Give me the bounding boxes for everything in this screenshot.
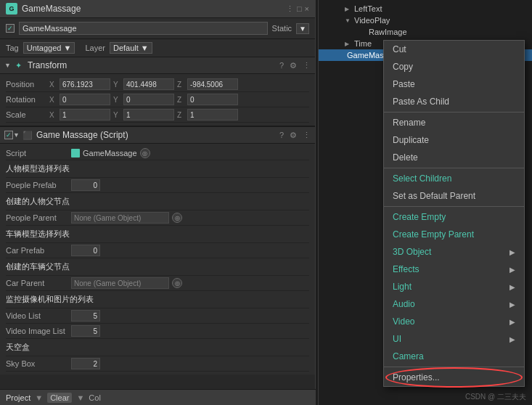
sky-group-label: 天空盒: [6, 340, 30, 354]
more-icon-2[interactable]: ⋮: [303, 131, 311, 140]
car-parent-select-btn[interactable]: ◎: [172, 278, 182, 288]
rotation-fields: X Y Z: [49, 94, 309, 105]
ctx-create-empty[interactable]: Create Empty: [384, 208, 524, 226]
static-dropdown[interactable]: ▼: [296, 23, 309, 34]
layer-dropdown[interactable]: Default ▼: [110, 42, 152, 54]
ctx-properties[interactable]: Properties...: [384, 369, 524, 386]
hierarchy-item-lefttext[interactable]: ▶ LeftText: [319, 3, 532, 15]
script-name: GameMassage: [83, 149, 137, 158]
rotation-row: Rotation X Y Z: [6, 92, 309, 107]
scale-z-input[interactable]: [187, 109, 238, 120]
videoplay-label: VideoPlay: [354, 16, 390, 25]
people-parent-label: People Parent: [6, 213, 71, 222]
rotation-x-label: X: [49, 96, 58, 104]
position-y-field: Y: [113, 78, 174, 90]
transform-icon: ✦: [14, 60, 24, 70]
script-section-header[interactable]: ▼ ⬛ Game Massage (Script) ? ⚙ ⋮: [0, 126, 315, 144]
rotation-x-field: X: [49, 94, 110, 105]
script-arrow: ▼: [13, 131, 20, 139]
object-name-input[interactable]: [19, 22, 268, 35]
ctx-ui[interactable]: UI ▶: [384, 330, 524, 348]
maximize-icon[interactable]: □: [297, 4, 302, 14]
car-model-group-label: 车辆模型选择列表: [6, 227, 70, 241]
help-icon[interactable]: ?: [279, 61, 284, 70]
video-image-list-input[interactable]: [71, 325, 100, 337]
rotation-z-field: Z: [177, 94, 238, 105]
rotation-y-input[interactable]: [123, 94, 174, 105]
car-parent-input[interactable]: [71, 277, 169, 289]
settings-icon[interactable]: ⚙: [290, 61, 297, 70]
lefttext-arrow: ▶: [345, 6, 352, 12]
ctx-cut[interactable]: Cut: [384, 41, 524, 58]
ctx-sep-4: [384, 367, 524, 367]
people-prefab-input[interactable]: [71, 179, 100, 191]
hierarchy-item-rawimage[interactable]: RawImage: [319, 26, 532, 38]
ctx-audio-arrow: ▶: [510, 300, 515, 308]
transform-section-header[interactable]: ▼ ✦ Transform ? ⚙ ⋮: [0, 57, 315, 74]
ctx-camera[interactable]: Camera: [384, 348, 524, 365]
script-active-checkbox[interactable]: [4, 131, 13, 139]
ctx-paste[interactable]: Paste: [384, 75, 524, 93]
position-fields: X Y Z: [49, 78, 309, 90]
ctx-audio[interactable]: Audio ▶: [384, 295, 524, 313]
object-name-bar: Static ▼: [0, 18, 315, 39]
people-parent-group-label: 创建的人物父节点: [6, 195, 70, 208]
scale-z-label: Z: [177, 111, 186, 119]
settings-icon-2[interactable]: ⚙: [290, 131, 297, 140]
position-y-input[interactable]: [123, 78, 174, 90]
script-title: Game Massage (Script): [36, 130, 279, 140]
video-group-label: 监控摄像机和图片的列表: [6, 292, 94, 306]
people-model-group-label: 人物模型选择列表: [6, 162, 70, 176]
people-prefab-label: Poeple Prefab: [6, 181, 71, 189]
ctx-sep-2: [384, 168, 524, 168]
ctx-paste-as-child[interactable]: Paste As Child: [384, 93, 524, 110]
people-parent-select-btn[interactable]: ◎: [172, 213, 182, 223]
ctx-ui-arrow: ▶: [510, 335, 515, 343]
object-active-checkbox[interactable]: [6, 24, 15, 33]
script-select-btn[interactable]: ◎: [140, 148, 150, 158]
ctx-set-default-parent[interactable]: Set as Default Parent: [384, 187, 524, 205]
video-image-list-row: Video Image List: [6, 324, 309, 339]
watermark: CSDN @ 二三夫夫: [465, 392, 526, 402]
ctx-delete[interactable]: Delete: [384, 149, 524, 166]
ctx-select-children[interactable]: Select Children: [384, 170, 524, 187]
transform-section-icons: ? ⚙ ⋮: [279, 61, 311, 70]
ctx-create-empty-parent[interactable]: Create Empty Parent: [384, 226, 524, 243]
ctx-video[interactable]: Video ▶: [384, 313, 524, 330]
car-prefab-row: Car Prefab: [6, 243, 309, 258]
sky-box-input[interactable]: [71, 358, 100, 369]
car-parent-label: Car Parent: [6, 279, 71, 287]
more-icon[interactable]: ⋮: [303, 61, 311, 70]
help-icon-2[interactable]: ?: [279, 131, 284, 140]
ctx-light[interactable]: Light ▶: [384, 278, 524, 295]
ctx-rename[interactable]: Rename: [384, 114, 524, 131]
hierarchy-item-videoplay[interactable]: ▼ VideoPlay: [319, 15, 532, 26]
scale-x-input[interactable]: [60, 109, 110, 120]
ctx-duplicate[interactable]: Duplicate: [384, 131, 524, 149]
ctx-light-arrow: ▶: [510, 283, 515, 291]
inspector-panel: G GameMassage ⋮ □ × Static ▼ Tag Untagge…: [0, 0, 316, 405]
sky-box-row: Sky Box: [6, 356, 309, 372]
scale-y-input[interactable]: [123, 109, 174, 120]
menu-icon[interactable]: ⋮: [286, 4, 294, 14]
clear-button[interactable]: Clear: [47, 393, 72, 403]
rotation-x-input[interactable]: [60, 94, 110, 105]
scale-z-field: Z: [177, 109, 238, 120]
position-z-input[interactable]: [187, 78, 238, 90]
ctx-3d-object[interactable]: 3D Object ▶: [384, 243, 524, 261]
rotation-z-input[interactable]: [187, 94, 238, 105]
ctx-copy[interactable]: Copy: [384, 58, 524, 75]
people-parent-input[interactable]: [71, 212, 169, 224]
position-x-input[interactable]: [60, 78, 110, 90]
close-icon[interactable]: ×: [305, 4, 309, 14]
car-prefab-input[interactable]: [71, 245, 100, 256]
people-parent-group-row: 创建的人物父节点: [6, 193, 309, 210]
ctx-effects[interactable]: Effects ▶: [384, 261, 524, 278]
videoplay-arrow: ▼: [345, 17, 352, 24]
separator-2: ▼: [76, 393, 84, 402]
tag-dropdown[interactable]: Untagged ▼: [23, 42, 75, 54]
separator-arrow: ▼: [35, 393, 43, 402]
script-ref-value: GameMassage ◎: [71, 148, 150, 158]
video-list-input[interactable]: [71, 310, 100, 322]
scale-fields: X Y Z: [49, 109, 309, 120]
